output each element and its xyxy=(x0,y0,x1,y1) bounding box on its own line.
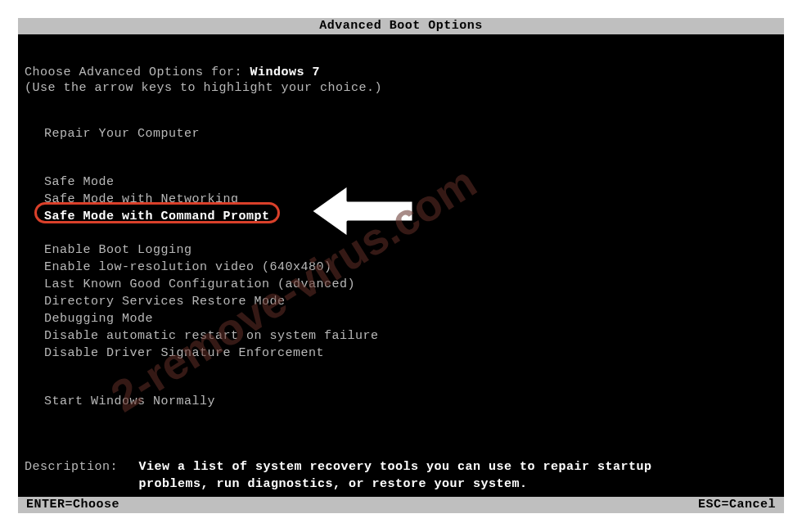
option-disable-driver-signature[interactable]: Disable Driver Signature Enforcement xyxy=(44,345,777,361)
option-boot-logging[interactable]: Enable Boot Logging xyxy=(44,242,777,258)
description-block: Description: View a list of system recov… xyxy=(25,458,777,493)
prompt-line: Choose Advanced Options for: Windows 7 xyxy=(25,65,777,79)
option-disable-auto-restart[interactable]: Disable automatic restart on system fail… xyxy=(44,328,777,344)
os-name: Windows 7 xyxy=(250,65,321,79)
option-group-normal: Start Windows Normally xyxy=(44,394,777,409)
content-area: Choose Advanced Options for: Windows 7 (… xyxy=(25,65,777,493)
title-text: Advanced Boot Options xyxy=(319,19,483,33)
option-safe-mode-networking[interactable]: Safe Mode with Networking xyxy=(44,192,777,207)
option-start-normally[interactable]: Start Windows Normally xyxy=(44,394,777,409)
footer-bar: ENTER=Choose ESC=Cancel xyxy=(18,497,784,513)
option-directory-services-restore[interactable]: Directory Services Restore Mode xyxy=(44,294,777,309)
option-group-advanced: Enable Boot Logging Enable low-resolutio… xyxy=(44,242,777,361)
boot-screen: Advanced Boot Options Choose Advanced Op… xyxy=(18,18,784,513)
description-text: View a list of system recovery tools you… xyxy=(139,458,712,493)
prompt-prefix: Choose Advanced Options for: xyxy=(25,65,250,79)
footer-esc: ESC=Cancel xyxy=(698,497,776,513)
option-debugging-mode[interactable]: Debugging Mode xyxy=(44,311,777,327)
title-bar: Advanced Boot Options xyxy=(18,18,784,34)
footer-enter: ENTER=Choose xyxy=(26,497,119,513)
hint-text: (Use the arrow keys to highlight your ch… xyxy=(25,81,777,95)
option-repair-your-computer[interactable]: Repair Your Computer xyxy=(44,126,777,142)
option-group-repair: Repair Your Computer xyxy=(44,126,777,142)
description-label: Description: xyxy=(25,458,131,476)
option-low-res-video[interactable]: Enable low-resolution video (640x480) xyxy=(44,259,777,275)
option-safe-mode[interactable]: Safe Mode xyxy=(44,174,777,190)
option-safe-mode-command-prompt[interactable]: Safe Mode with Command Prompt xyxy=(44,209,777,224)
option-group-safe-mode: Safe Mode Safe Mode with Networking Safe… xyxy=(44,174,777,224)
option-last-known-good[interactable]: Last Known Good Configuration (advanced) xyxy=(44,277,777,292)
